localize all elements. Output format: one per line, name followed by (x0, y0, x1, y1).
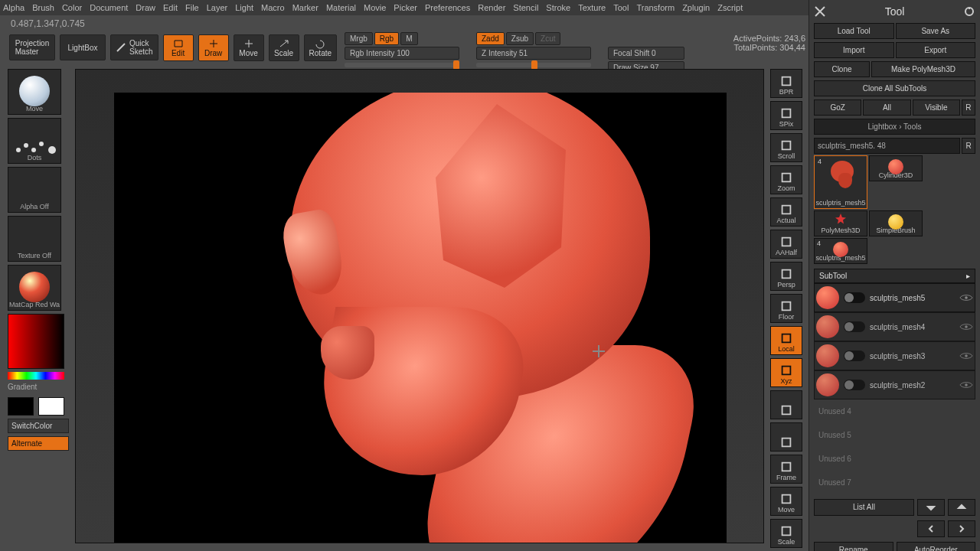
goz-visible-button[interactable]: Visible (913, 99, 960, 116)
hue-bar[interactable] (8, 372, 64, 380)
mrgb-toggle[interactable]: Mrgb (345, 32, 373, 45)
menu-file[interactable]: File (185, 3, 199, 12)
color-picker[interactable] (8, 314, 64, 369)
texture-thumbnail[interactable]: Texture Off (8, 216, 61, 262)
stroke-thumbnail[interactable]: Dots (8, 118, 61, 164)
menu-transform[interactable]: Transform (636, 3, 675, 12)
subtool-sculptris_mesh5[interactable]: sculptris_mesh5 (814, 283, 975, 312)
menu-zscript[interactable]: Zscript (717, 3, 743, 12)
zcut-toggle[interactable]: Zcut (535, 32, 560, 45)
subtool-visibility-toggle[interactable] (844, 350, 865, 361)
z-intensity-label[interactable]: Z Intensity 51 (476, 47, 591, 60)
document-area[interactable] (114, 93, 727, 543)
Persp-button[interactable]: Persp (770, 262, 802, 291)
Zoom-button[interactable]: Zoom (770, 165, 802, 194)
import-button[interactable]: Import (814, 42, 894, 58)
move-mode-button[interactable]: Move (234, 34, 264, 61)
tool-item-sculptris-mesh5[interactable]: 4 sculptris_mesh5 (814, 155, 867, 209)
tool-item-sculptris-mesh5b[interactable]: 4 sculptris_mesh5 (814, 238, 867, 264)
tool-r-button[interactable]: R (962, 138, 975, 154)
load-tool-button[interactable]: Load Tool (814, 23, 894, 39)
focal-shift-label[interactable]: Focal Shift 0 (608, 47, 684, 60)
menu-stencil[interactable]: Stencil (513, 3, 538, 12)
next-button[interactable] (948, 520, 975, 537)
subtool-sculptris_mesh2[interactable]: sculptris_mesh2 (814, 370, 975, 399)
menu-macro[interactable]: Macro (261, 3, 285, 12)
menu-layer[interactable]: Layer (207, 3, 228, 12)
subtool-visibility-toggle[interactable] (844, 380, 865, 390)
tool-item-simplebrush[interactable]: SimpleBrush (869, 210, 923, 236)
eye-icon[interactable] (959, 322, 973, 331)
save-as-button[interactable]: Save As (896, 23, 976, 39)
edit-mode-button[interactable]: Edit (163, 34, 194, 61)
swatch-black[interactable] (8, 397, 34, 416)
menu-edit[interactable]: Edit (163, 3, 178, 12)
menu-brush[interactable]: Brush (32, 3, 54, 12)
swatch-white[interactable] (38, 397, 64, 416)
subtool-sculptris_mesh4[interactable]: sculptris_mesh4 (814, 312, 975, 341)
subtool-visibility-toggle[interactable] (844, 292, 865, 303)
quick-sketch-button[interactable]: Quick Sketch (110, 34, 158, 60)
menu-preferences[interactable]: Preferences (425, 3, 470, 12)
material-thumbnail[interactable]: MatCap Red Wa (8, 265, 61, 311)
move-up-button[interactable] (917, 499, 945, 516)
eye-icon[interactable] (959, 380, 973, 390)
Scroll-button[interactable]: Scroll (770, 133, 802, 162)
lightbox-button[interactable]: LightBox (60, 34, 106, 60)
eye-icon[interactable] (959, 351, 973, 360)
subtool-sculptris_mesh3[interactable]: sculptris_mesh3 (814, 341, 975, 370)
Local-button[interactable]: Local (770, 326, 802, 355)
Scale-button[interactable]: Scale (770, 519, 802, 548)
zsub-toggle[interactable]: Zsub (506, 32, 534, 45)
Move-button[interactable]: Move (770, 487, 802, 516)
subtool-visibility-toggle[interactable] (844, 321, 865, 332)
tool-item-cylinder3d[interactable]: Cylinder3D (869, 155, 923, 181)
scale-mode-button[interactable]: Scale (269, 34, 299, 61)
menu-document[interactable]: Document (90, 3, 128, 12)
prev-button[interactable] (917, 520, 945, 537)
alpha-thumbnail[interactable]: Alpha Off (8, 167, 61, 213)
tool-button[interactable] (770, 390, 802, 419)
move-down-button[interactable] (948, 499, 975, 516)
m-toggle[interactable]: M (400, 32, 417, 45)
rotate-mode-button[interactable]: Rotate (304, 34, 337, 61)
menu-tool[interactable]: Tool (613, 3, 629, 12)
make-polymesh-button[interactable]: Make PolyMesh3D (871, 61, 975, 77)
rgb-intensity-label[interactable]: Rgb Intensity 100 (345, 47, 459, 60)
current-tool-name[interactable]: sculptris_mesh5. 48 (814, 138, 960, 154)
menu-render[interactable]: Render (478, 3, 505, 12)
menu-alpha[interactable]: Alpha (3, 3, 24, 12)
Xyz-button[interactable]: Xyz (770, 358, 802, 387)
export-button[interactable]: Export (896, 42, 976, 58)
menu-light[interactable]: Light (235, 3, 253, 12)
switch-color-button[interactable]: SwitchColor (8, 419, 69, 433)
projection-master-button[interactable]: Projection Master (9, 34, 55, 60)
clone-all-subtools-button[interactable]: Clone All SubTools (814, 80, 975, 96)
menu-zplugin[interactable]: Zplugin (682, 3, 710, 12)
Floor-button[interactable]: Floor (770, 294, 802, 323)
menu-texture[interactable]: Texture (578, 3, 606, 12)
brush-thumbnail[interactable]: Move (8, 69, 61, 115)
AAHalf-button[interactable]: AAHalf (770, 230, 802, 259)
subtool-header[interactable]: SubTool▸ (814, 269, 975, 283)
collapse-icon[interactable] (814, 5, 826, 18)
sculpt-mesh[interactable] (206, 93, 650, 543)
tool-item-polymesh3d[interactable]: PolyMesh3D (814, 210, 867, 236)
auto-reorder-button[interactable]: AutoReorder (897, 542, 976, 551)
rgb-intensity-slider[interactable] (345, 63, 459, 67)
Frame-button[interactable]: Frame (770, 455, 802, 484)
menu-material[interactable]: Material (326, 3, 356, 12)
menu-stroke[interactable]: Stroke (546, 3, 570, 12)
SPix-button[interactable]: SPix (770, 101, 802, 130)
tool-button[interactable] (770, 422, 802, 452)
eye-icon[interactable] (959, 293, 973, 302)
reset-icon[interactable] (963, 5, 975, 18)
menu-marker[interactable]: Marker (292, 3, 318, 12)
clone-button[interactable]: Clone (814, 61, 870, 77)
menu-color[interactable]: Color (62, 3, 82, 12)
BPR-button[interactable]: BPR (770, 69, 802, 98)
goz-button[interactable]: GoZ (814, 99, 861, 116)
menu-picker[interactable]: Picker (394, 3, 417, 12)
alternate-button[interactable]: Alternate (8, 436, 69, 451)
Actual-button[interactable]: Actual (770, 197, 802, 227)
